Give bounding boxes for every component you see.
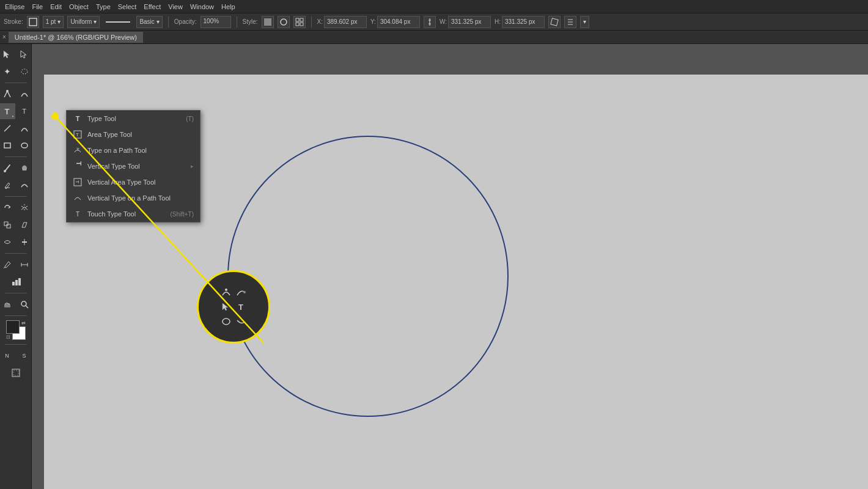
normal-mode-btn[interactable]: N [0, 348, 15, 364]
y-value[interactable]: 304.084 px [377, 16, 420, 28]
stroke-weight-dropdown[interactable]: 1 pt ▾ [43, 16, 64, 28]
w-label: W: [440, 18, 447, 25]
app-tool-label[interactable]: Ellipse [5, 3, 24, 10]
chevron-down-icon3: ▾ [156, 18, 160, 25]
paintbrush-row [0, 160, 32, 176]
separator7 [5, 344, 27, 345]
menu-item-touch-type[interactable]: T Touch Type Tool (Shift+T) [67, 206, 200, 222]
paintbrush-tool-btn[interactable] [0, 160, 15, 176]
menu-item-vertical-area-type[interactable]: T Vertical Area Type Tool [67, 174, 200, 190]
svg-rect-2 [264, 18, 271, 26]
zoom-tool-type-icon: T [234, 300, 248, 314]
measure-tool-btn[interactable] [17, 257, 32, 273]
artboard-tool-btn[interactable] [8, 365, 24, 381]
zoom-tool-curve-icon [234, 285, 248, 299]
style-color-swatch[interactable] [262, 16, 274, 28]
width-tool-btn[interactable] [17, 234, 32, 250]
tab-title[interactable]: Untitled-1* @ 166% (RGB/GPU Preview) [9, 32, 143, 43]
pencil-tool-btn[interactable] [0, 177, 15, 193]
separator3 [5, 196, 27, 197]
zoom-tool-pen-icon [219, 285, 233, 299]
w-coord-field: W: 331.325 px [440, 16, 491, 28]
svg-rect-21 [7, 224, 10, 228]
foreground-color-swatch[interactable] [6, 320, 20, 334]
menu-item-type-tool[interactable]: T Type Tool (T) [67, 111, 200, 127]
vertical-type-menu-icon: T [73, 161, 83, 171]
menu-help[interactable]: Help [221, 3, 235, 10]
shear-tool-btn[interactable] [17, 217, 32, 233]
x-value[interactable]: 389.602 px [324, 16, 367, 28]
menu-view[interactable]: View [168, 3, 183, 10]
h-value[interactable]: 331.325 px [502, 16, 545, 28]
svg-point-41 [225, 289, 227, 291]
smooth-tool-btn[interactable] [17, 177, 32, 193]
menu-item-vertical-type[interactable]: T Vertical Type Tool ▸ [67, 158, 200, 174]
align-icon[interactable] [564, 16, 576, 28]
reflect-tool-btn[interactable] [17, 200, 32, 216]
opacity-input[interactable]: 100% [200, 16, 231, 28]
graph-row [8, 274, 24, 290]
type-tool-btn[interactable]: T ▸ [0, 103, 15, 119]
type-tool-menu-label: Type Tool [87, 115, 181, 122]
menu-edit[interactable]: Edit [50, 3, 62, 10]
warp-tool-btn[interactable] [0, 234, 15, 250]
ellipse-tool-btn[interactable] [17, 138, 32, 153]
stroke-type-dropdown[interactable]: Basic ▾ [136, 16, 162, 28]
menu-window[interactable]: Window [190, 3, 214, 10]
menu-item-area-type[interactable]: T Area Type Tool [67, 127, 200, 142]
vertical-type-path-menu-icon [73, 193, 83, 203]
opacity-label: Opacity: [174, 18, 197, 25]
magic-wand-tool-btn[interactable]: ✦ [0, 64, 15, 79]
hand-tool-btn[interactable] [0, 296, 15, 312]
h-coord-field: H: 331.325 px [495, 16, 545, 28]
zoom-tool-btn[interactable] [17, 296, 32, 312]
ellipse-shape[interactable] [227, 136, 509, 417]
zoom-tool-ellipse-icon [219, 315, 233, 328]
svg-point-12 [21, 69, 28, 74]
stroke-profile-dropdown[interactable]: Uniform ▾ [67, 16, 100, 28]
transform-icon[interactable] [548, 16, 561, 28]
pencil-row [0, 177, 32, 193]
scale-tool-btn[interactable] [0, 217, 15, 233]
w-value[interactable]: 331.325 px [448, 16, 491, 28]
warp-row [0, 234, 32, 250]
arc-tool-btn[interactable] [17, 120, 32, 136]
graph-tool-btn[interactable] [8, 274, 24, 290]
lasso-tool-btn[interactable] [17, 64, 32, 79]
style-circle-icon[interactable] [278, 16, 290, 28]
rectangle-tool-btn[interactable] [0, 138, 15, 153]
svg-rect-6 [296, 23, 299, 26]
tab-close-btn[interactable]: × [0, 34, 9, 40]
eyedropper-tool-btn[interactable] [0, 257, 15, 273]
menu-item-vertical-type-path[interactable]: Vertical Type on a Path Tool [67, 190, 200, 206]
line-segment-tool-btn[interactable] [0, 120, 15, 136]
pen-tool-btn[interactable] [0, 86, 15, 102]
rotate-row [0, 200, 32, 216]
stroke-color-btn[interactable] [27, 16, 39, 28]
menu-item-type-path[interactable]: T Type on a Path Tool [67, 142, 200, 158]
direct-selection-tool-btn[interactable] [17, 46, 32, 62]
main-layout: ✦ T ▸ T [0, 44, 868, 489]
color-swatches[interactable]: ⇄ ⊡ [6, 320, 26, 340]
menu-type[interactable]: Type [96, 3, 111, 10]
svg-line-14 [4, 125, 10, 131]
touch-type-menu-label: Touch Type Tool [87, 210, 165, 218]
svg-text:T: T [76, 147, 79, 152]
artboard-row [8, 365, 24, 381]
reset-colors-icon[interactable]: ⊡ [6, 334, 10, 340]
touch-type-tool-btn[interactable]: T [17, 103, 32, 119]
screen-mode-btn[interactable]: S [17, 348, 32, 364]
link-toggle-icon[interactable] [424, 16, 436, 28]
menu-select[interactable]: Select [118, 3, 137, 10]
blob-brush-tool-btn[interactable] [17, 160, 32, 176]
more-options-btn[interactable]: ▾ [580, 16, 589, 28]
menu-object[interactable]: Object [69, 3, 89, 10]
style-grid-icon[interactable] [293, 16, 306, 28]
rotate-tool-btn[interactable] [0, 200, 15, 216]
swap-colors-icon[interactable]: ⇄ [21, 320, 26, 326]
curvature-tool-btn[interactable] [17, 86, 32, 102]
selection-tool-btn[interactable] [0, 46, 15, 62]
menu-file[interactable]: File [32, 3, 43, 10]
menu-effect[interactable]: Effect [144, 3, 161, 10]
sub-arrow-icon: ▸ [12, 114, 14, 118]
